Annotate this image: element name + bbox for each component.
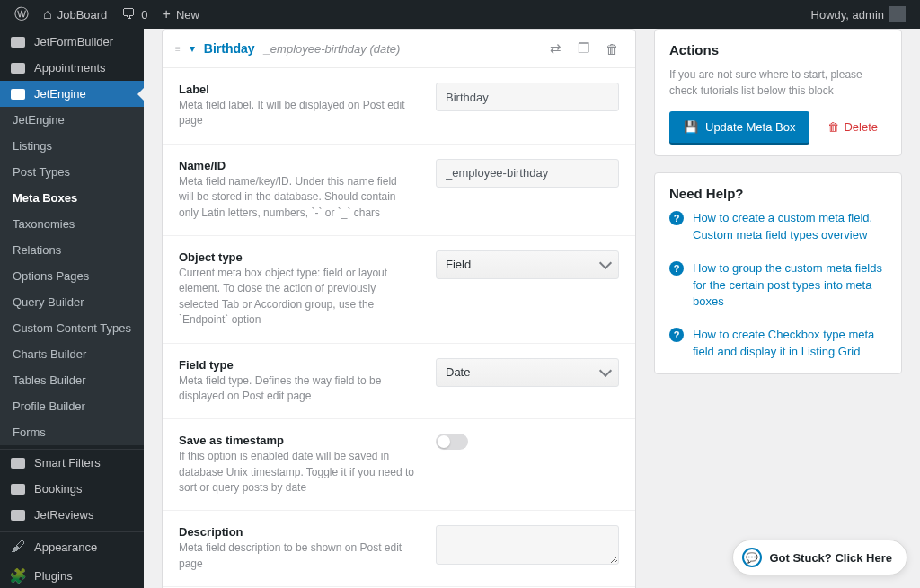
sidebar-item-appearance[interactable]: 🖌Appearance [0, 532, 144, 561]
plugin-icon [9, 484, 27, 495]
row-description: Description Meta field description to be… [163, 511, 635, 587]
sidebar-sub-tablesbuilder[interactable]: Tables Builder [0, 367, 144, 393]
chat-icon: 💬 [742, 548, 762, 567]
collapse-toggle[interactable]: ▾ [190, 42, 195, 55]
comments-link[interactable]: 🗨0 [114, 0, 155, 29]
row-name: Name/ID Meta field name/key/ID. Under th… [163, 145, 635, 236]
sidebar-item-jetengine[interactable]: JetEngine [0, 81, 144, 107]
sidebar-sub-jetengine[interactable]: JetEngine [0, 107, 144, 133]
plugin-icon [9, 63, 27, 74]
row-title: Object type [179, 250, 414, 264]
help-heading: Need Help? [669, 186, 887, 201]
sidebar-item-plugins[interactable]: 🧩Plugins [0, 561, 144, 588]
actions-heading: Actions [669, 42, 887, 57]
meta-field-card: ≡ ▾ Birthday _employee-birthday (date) ⇄… [162, 29, 636, 588]
sidebar-sub-metaboxes[interactable]: Meta Boxes [0, 185, 144, 211]
question-icon: ? [669, 211, 684, 225]
trash-icon[interactable]: 🗑 [602, 41, 623, 57]
name-input[interactable] [436, 159, 619, 188]
sidebar-item-appointments[interactable]: Appointments [0, 55, 144, 81]
row-object-type: Object type Current meta box object type… [163, 236, 635, 344]
plugin-icon [9, 458, 27, 469]
site-name-link[interactable]: ⌂JobBoard [36, 0, 114, 29]
new-label: New [176, 8, 199, 22]
sidebar-item-jetreviews[interactable]: JetReviews [0, 502, 144, 528]
sidebar-sub-querybuilder[interactable]: Query Builder [0, 289, 144, 315]
question-icon: ? [669, 328, 684, 342]
sidebar-sub-taxonomies[interactable]: Taxonomies [0, 211, 144, 237]
sidebar-sub-cct[interactable]: Custom Content Types [0, 315, 144, 341]
label-input[interactable] [436, 83, 619, 111]
sidebar-sub-profilebuilder[interactable]: Profile Builder [0, 393, 144, 419]
meta-field-slug: _employee-birthday (date) [264, 42, 401, 56]
appearance-icon: 🖌 [9, 539, 27, 555]
avatar [889, 6, 906, 22]
plugins-icon: 🧩 [9, 567, 27, 584]
timestamp-toggle[interactable] [436, 434, 468, 450]
meta-field-header: ≡ ▾ Birthday _employee-birthday (date) ⇄… [163, 30, 635, 68]
meta-field-title[interactable]: Birthday [204, 41, 255, 56]
help-chat-button[interactable]: 💬 Got Stuck? Click Here [732, 540, 907, 575]
sidebar-item-bookings[interactable]: Bookings [0, 476, 144, 502]
row-field-type: Field type Meta field type. Defines the … [163, 344, 635, 420]
wp-logo[interactable]: ⓦ [7, 0, 36, 29]
row-desc: Meta field name/key/ID. Under this name … [179, 174, 414, 221]
row-title: Field type [179, 358, 414, 372]
plugin-icon [9, 89, 27, 100]
row-label: Label Meta field label. It will be displ… [163, 68, 635, 145]
row-desc: Meta field description to be shown on Po… [179, 540, 414, 572]
sidebar-item-jetformbuilder[interactable]: JetFormBuilder [0, 29, 144, 55]
copy-icon[interactable]: ❐ [574, 40, 593, 57]
sidebar-sub-relations[interactable]: Relations [0, 237, 144, 263]
drag-handle-icon[interactable]: ≡ [175, 48, 181, 50]
row-desc: If this option is enabled date will be s… [179, 449, 414, 496]
sidebar-sub-listings[interactable]: Listings [0, 133, 144, 159]
row-timestamp: Save as timestamp If this option is enab… [163, 419, 635, 511]
row-title: Name/ID [179, 159, 414, 172]
update-meta-box-button[interactable]: 💾Update Meta Box [669, 111, 809, 143]
actions-panel: Actions If you are not sure where to sta… [654, 29, 902, 156]
actions-hint: If you are not sure where to start, plea… [669, 66, 887, 99]
admin-sidebar: JetFormBuilder Appointments JetEngine Je… [0, 29, 144, 588]
question-icon: ? [669, 261, 684, 276]
help-link[interactable]: ?How to create a custom meta field. Cust… [669, 210, 887, 244]
home-icon: ⌂ [43, 7, 52, 22]
shuffle-icon[interactable]: ⇄ [546, 40, 565, 57]
object-type-select[interactable]: Field [436, 250, 619, 279]
new-content-link[interactable]: +New [155, 0, 207, 29]
plus-icon: + [163, 7, 171, 22]
row-title: Save as timestamp [179, 434, 414, 447]
sidebar-sub-posttypes[interactable]: Post Types [0, 159, 144, 185]
row-desc: Current meta box object type: field or l… [179, 266, 414, 329]
plugin-icon [9, 510, 27, 521]
field-type-select[interactable]: Date [436, 358, 619, 387]
sidebar-sub-chartsbuilder[interactable]: Charts Builder [0, 341, 144, 367]
help-panel: Need Help? ?How to create a custom meta … [654, 172, 902, 374]
help-link[interactable]: ?How to group the custom meta fields for… [669, 260, 887, 312]
row-title: Label [179, 83, 414, 96]
row-desc: Meta field label. It will be displayed o… [179, 98, 414, 129]
site-name: JobBoard [58, 8, 108, 22]
row-desc: Meta field type. Defines the way field t… [179, 373, 414, 405]
description-textarea[interactable] [436, 525, 619, 565]
help-link[interactable]: ?How to create Checkbox type meta field … [669, 327, 887, 361]
wordpress-icon: ⓦ [14, 7, 29, 22]
comments-count: 0 [141, 8, 147, 22]
sidebar-item-smartfilters[interactable]: Smart Filters [0, 450, 144, 476]
howdy-text: Howdy, admin [811, 8, 884, 22]
save-icon: 💾 [684, 120, 698, 134]
row-title: Description [179, 525, 414, 539]
trash-icon: 🗑 [827, 120, 839, 134]
sidebar-sub-forms[interactable]: Forms [0, 419, 144, 445]
sidebar-sub-optionspages[interactable]: Options Pages [0, 263, 144, 289]
account-link[interactable]: Howdy, admin [804, 0, 913, 29]
plugin-icon [9, 37, 27, 48]
delete-button[interactable]: 🗑Delete [827, 120, 878, 134]
admin-bar: ⓦ ⌂JobBoard 🗨0 +New Howdy, admin [0, 0, 920, 29]
comment-icon: 🗨 [121, 7, 136, 22]
